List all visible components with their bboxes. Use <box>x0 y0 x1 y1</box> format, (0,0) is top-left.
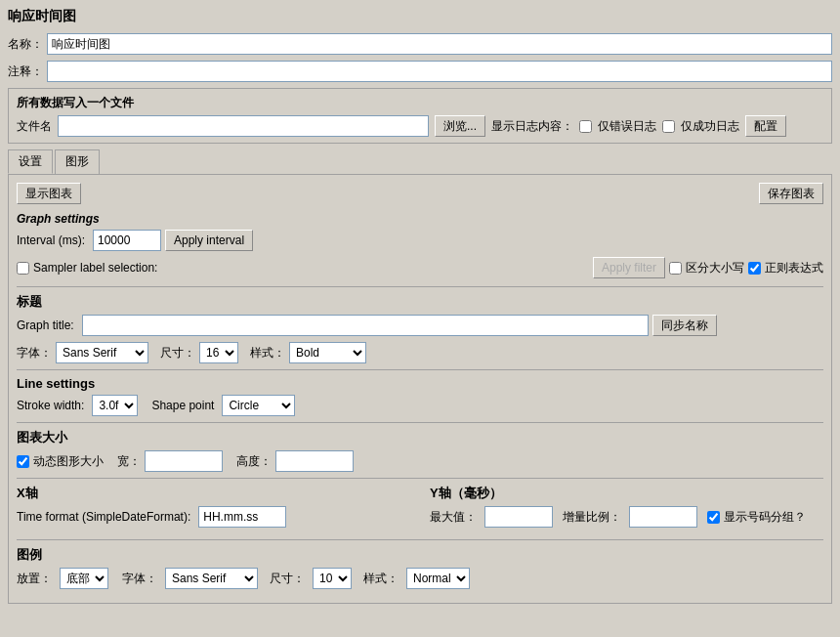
chart-size-row: 动态图形大小 宽： 高度： <box>17 450 823 472</box>
legend-size-select[interactable]: 8 10 12 14 16 <box>313 568 352 589</box>
log-display-label: 显示日志内容： <box>491 118 573 135</box>
width-input[interactable] <box>145 450 223 472</box>
name-input[interactable] <box>47 33 832 55</box>
name-row: 名称： <box>8 33 832 55</box>
file-section-title: 所有数据写入一个文件 <box>17 95 823 111</box>
comment-label: 注释： <box>8 64 43 80</box>
time-format-input[interactable] <box>198 506 286 528</box>
toolbar-row: 显示图表 保存图表 <box>17 183 823 204</box>
x-axis-block: X轴 Time format (SimpleDateFormat): <box>17 485 410 533</box>
line-settings-row: Stroke width: 1.0f 2.0f 3.0f 4.0f Shape … <box>17 395 823 416</box>
comment-input[interactable] <box>47 61 832 82</box>
style-select[interactable]: Plain Bold Italic Bold Italic <box>289 342 366 363</box>
line-settings-label: Line settings <box>17 376 823 391</box>
page-title: 响应时间图 <box>8 8 832 25</box>
comment-row: 注释： <box>8 61 832 82</box>
size-label: 尺寸： <box>160 345 195 361</box>
legend-style-select[interactable]: Normal Bold Italic <box>406 568 470 589</box>
x-axis-title: X轴 <box>17 485 410 502</box>
file-section: 所有数据写入一个文件 文件名 浏览... 显示日志内容： 仅错误日志 仅成功日志… <box>8 88 832 144</box>
graph-title-row: Graph title: 同步名称 <box>17 315 823 336</box>
line-settings-section: Line settings Stroke width: 1.0f 2.0f 3.… <box>17 376 823 416</box>
font-row: 字体： Sans Serif Serif Monospaced 尺寸： 8 10… <box>17 342 823 363</box>
shape-point-label: Shape point <box>151 399 214 412</box>
success-log-checkbox[interactable] <box>662 120 675 133</box>
sampler-row: Sampler label selection: Apply filter 区分… <box>17 257 823 278</box>
chart-size-section: 图表大小 动态图形大小 宽： 高度： <box>17 429 823 472</box>
show-group-checkbox[interactable] <box>707 511 720 524</box>
height-label: 高度： <box>236 453 272 470</box>
tab-graph[interactable]: 图形 <box>55 149 100 174</box>
file-name-input[interactable] <box>58 115 429 137</box>
title-section: 标题 Graph title: 同步名称 字体： Sans Serif Seri… <box>17 293 823 363</box>
apply-filter-button[interactable]: Apply filter <box>593 257 665 278</box>
graph-settings-block: Graph settings Interval (ms): Apply inte… <box>17 212 823 278</box>
graph-settings-title: Graph settings <box>17 212 823 226</box>
name-label: 名称： <box>8 36 43 53</box>
style-label: 样式： <box>250 345 285 361</box>
show-chart-button[interactable]: 显示图表 <box>17 183 81 204</box>
save-chart-button[interactable]: 保存图表 <box>759 183 823 204</box>
divider-4 <box>17 478 823 479</box>
placement-select[interactable]: 顶部 底部 左侧 右侧 <box>60 568 108 589</box>
regex-label: 正则表达式 <box>765 260 823 276</box>
chart-size-label: 图表大小 <box>17 429 823 446</box>
xy-container: X轴 Time format (SimpleDateFormat): Y轴（毫秒… <box>17 485 823 533</box>
legend-style-label: 样式： <box>363 571 399 587</box>
divider-2 <box>17 369 823 370</box>
sampler-checkbox[interactable] <box>17 262 29 275</box>
font-label: 字体： <box>17 345 52 361</box>
tab-content: 显示图表 保存图表 Graph settings Interval (ms): … <box>8 174 832 604</box>
file-row: 文件名 浏览... 显示日志内容： 仅错误日志 仅成功日志 配置 <box>17 115 823 137</box>
zoom-label: 增量比例： <box>563 509 621 526</box>
file-name-label: 文件名 <box>17 118 52 135</box>
browse-button[interactable]: 浏览... <box>435 115 485 137</box>
apply-interval-button[interactable]: Apply interval <box>165 230 253 251</box>
size-select[interactable]: 8 10 12 14 16 <box>199 342 238 363</box>
legend-row: 放置： 顶部 底部 左侧 右侧 字体： Sans Serif Serif Mon… <box>17 568 823 589</box>
width-label: 宽： <box>117 453 141 470</box>
max-value-label: 最大值： <box>430 509 477 526</box>
zoom-input[interactable] <box>629 506 697 528</box>
divider-5 <box>17 539 823 540</box>
placement-label: 放置： <box>17 571 52 587</box>
legend-font-select[interactable]: Sans Serif Serif Monospaced <box>165 568 258 589</box>
tabs-container: 设置 图形 <box>8 149 832 174</box>
legend-section: 图例 放置： 顶部 底部 左侧 右侧 字体： Sans Serif Serif … <box>17 546 823 589</box>
shape-point-select[interactable]: Circle Diamond Square Triangle <box>222 395 295 416</box>
config-button[interactable]: 配置 <box>745 115 786 137</box>
tab-settings[interactable]: 设置 <box>8 149 53 174</box>
page-container: 响应时间图 名称： 注释： 所有数据写入一个文件 文件名 浏览... 显示日志内… <box>0 0 840 612</box>
success-log-label: 仅成功日志 <box>681 118 739 135</box>
case-sensitive-label: 区分大小写 <box>686 260 744 276</box>
graph-title-input[interactable] <box>82 315 649 336</box>
graph-title-label: Graph title: <box>17 318 74 332</box>
divider-3 <box>17 422 823 423</box>
stroke-width-label: Stroke width: <box>17 399 84 412</box>
interval-input[interactable] <box>93 230 161 251</box>
case-sensitive-checkbox[interactable] <box>669 262 682 275</box>
sync-name-button[interactable]: 同步名称 <box>652 315 717 336</box>
show-group-label: 显示号码分组？ <box>724 509 806 526</box>
dynamic-size-label: 动态图形大小 <box>33 453 104 470</box>
time-format-label: Time format (SimpleDateFormat): <box>17 510 190 524</box>
sampler-label: Sampler label selection: <box>33 261 157 275</box>
max-value-input[interactable] <box>484 506 553 528</box>
stroke-width-select[interactable]: 1.0f 2.0f 3.0f 4.0f <box>92 395 138 416</box>
y-axis-title: Y轴（毫秒） <box>430 485 823 502</box>
dynamic-size-checkbox[interactable] <box>17 455 29 468</box>
legend-font-label: 字体： <box>122 571 157 587</box>
legend-size-label: 尺寸： <box>270 571 305 587</box>
font-select[interactable]: Sans Serif Serif Monospaced <box>56 342 148 363</box>
legend-section-label: 图例 <box>17 546 823 564</box>
divider-1 <box>17 286 823 287</box>
height-input[interactable] <box>275 450 354 472</box>
interval-row: Interval (ms): Apply interval <box>17 230 823 251</box>
y-axis-block: Y轴（毫秒） 最大值： 增量比例： 显示号码分组？ <box>430 485 823 533</box>
interval-label: Interval (ms): <box>17 234 85 247</box>
regex-checkbox[interactable] <box>748 262 761 275</box>
time-format-row: Time format (SimpleDateFormat): <box>17 506 410 528</box>
error-log-checkbox[interactable] <box>579 120 592 133</box>
error-log-label: 仅错误日志 <box>598 118 656 135</box>
title-section-label: 标题 <box>17 293 823 311</box>
